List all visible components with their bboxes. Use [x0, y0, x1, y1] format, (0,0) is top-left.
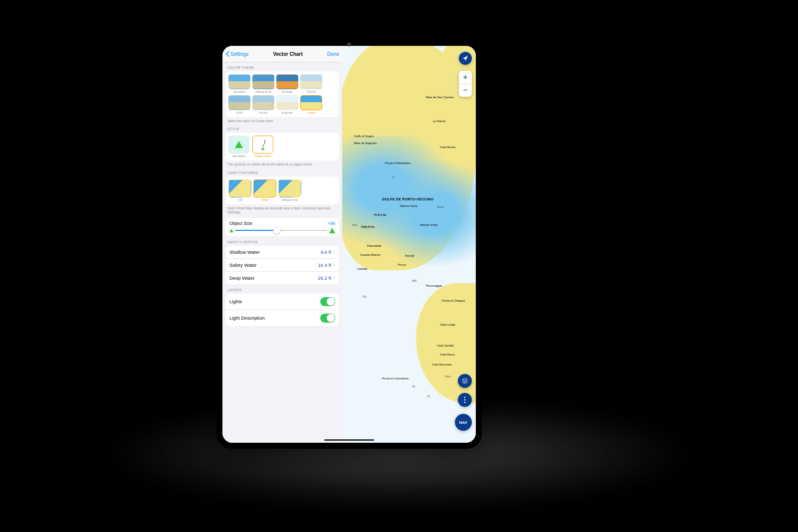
thumb-label: Cruise	[300, 111, 322, 114]
map-label: Punta di Benedettu	[385, 162, 410, 165]
map-label: Marine d'Arja	[420, 223, 437, 226]
settings-panel: Settings Vector Chart Done COLOR THEME S…	[222, 46, 342, 443]
color-theme-option[interactable]: Official S-52	[252, 74, 274, 93]
style-option[interactable]: Simplified	[228, 136, 249, 158]
color-theme-hint: Takes the colors of Cruise chart	[222, 117, 342, 123]
safety-depths-list: Shallow Water6.6 ftSafety Water16.4 ftDe…	[225, 246, 339, 284]
zoom-control: + −	[459, 71, 472, 97]
nav-button[interactable]: NAV	[455, 414, 472, 431]
section-header-color-theme: COLOR THEME	[222, 62, 342, 71]
thumb-label: Official S-52	[278, 198, 301, 201]
location-arrow-icon	[462, 55, 469, 62]
map-label: Pruna	[398, 263, 406, 266]
color-theme-option[interactable]: CHS	[228, 95, 250, 114]
map-label: Marina Vizza	[400, 204, 417, 207]
row-label: Deep Water	[229, 275, 254, 281]
color-theme-card: StandardOfficial S-52SunlightSHOMCHSNOAA…	[225, 71, 339, 117]
thumb-label: Standard	[228, 90, 250, 93]
svg-point-2	[464, 402, 466, 403]
toggle-switch[interactable]	[320, 314, 335, 323]
row-value: 6.6 ft	[321, 249, 331, 255]
thumb-label: SHOM	[300, 90, 322, 93]
layer-row: Lights	[225, 294, 339, 310]
zoom-out-button[interactable]: −	[459, 84, 472, 97]
row-label: Light Description	[229, 315, 265, 321]
map-label: Perrelli	[405, 254, 414, 257]
paper-chart-icon	[258, 139, 268, 151]
thumb-label: Sunlight	[276, 90, 298, 93]
thumb-label: OSM	[253, 198, 276, 201]
object-size-label: Object Size	[229, 221, 252, 226]
page-title: Vector Chart	[273, 51, 302, 57]
depth-label: 23	[392, 176, 395, 178]
land-features-hint: Open Street Map displays an accurate vie…	[222, 204, 342, 215]
map-label: Pasciaiella	[367, 244, 382, 247]
map-label: Cala Rossa	[440, 146, 455, 149]
object-size-slider[interactable]	[229, 228, 335, 233]
color-theme-option[interactable]: Cruise	[300, 95, 322, 114]
chart-background	[342, 46, 476, 443]
thumb-label: NOAA	[252, 111, 274, 114]
depth-label: 751	[362, 295, 367, 298]
map-label: Casetta Bianca	[360, 253, 381, 256]
layers-icon	[461, 377, 468, 384]
map-label: Cala Longa	[440, 323, 455, 326]
chevron-right-icon	[333, 263, 335, 267]
map-view[interactable]: GOLFE DE PORTO-VECCHIO Golfu di Sognu Ba…	[342, 46, 476, 443]
map-label: Baie de Stagnolu	[354, 142, 377, 145]
color-theme-option[interactable]: Standard	[228, 74, 250, 93]
nav-bar: Settings Vector Chart Done	[222, 46, 342, 62]
color-theme-option[interactable]: NOAA	[252, 95, 274, 114]
depth-label: 76	[427, 395, 430, 398]
row-label: Safety Water	[229, 262, 257, 268]
thumb-label: Paper Chart	[252, 155, 273, 158]
more-vertical-icon	[464, 396, 466, 403]
map-label: Golfu di Sognu	[354, 135, 374, 138]
toggle-switch[interactable]	[320, 297, 335, 306]
map-label: Punta di Chiappa	[442, 299, 465, 302]
back-button[interactable]: Settings	[225, 51, 248, 57]
more-button[interactable]	[458, 393, 472, 407]
map-label: Fl R 2.5s	[374, 213, 387, 216]
home-indicator[interactable]	[324, 439, 374, 441]
thumb-label: Simplified	[228, 155, 249, 158]
color-theme-option[interactable]: SHOM	[300, 74, 322, 93]
depth-label: Rock	[445, 375, 451, 378]
thumb-label: CHS	[228, 111, 250, 114]
land-feature-option[interactable]: OSM	[253, 179, 276, 201]
section-header-land-features: LAND FEATURES	[222, 167, 342, 177]
row-label: Lights	[229, 299, 242, 304]
style-option[interactable]: Paper Chart	[252, 136, 273, 158]
thumb-label: Off	[228, 198, 251, 201]
camera-icon	[347, 42, 351, 46]
chevron-left-icon	[225, 51, 229, 57]
map-label: Punta di Colombara	[382, 377, 408, 380]
section-header-style: STYLE	[222, 123, 342, 133]
map-label: Caldaja	[357, 267, 367, 270]
thumb-label: Official S-52	[252, 90, 274, 93]
triangle-large-icon	[329, 228, 335, 233]
zoom-in-button[interactable]: +	[459, 71, 472, 84]
color-theme-option[interactable]: Explorer	[276, 95, 298, 114]
safety-depth-row[interactable]: Deep Water26.2 ft	[225, 272, 339, 284]
map-label-gulf: GOLFE DE PORTO-VECCHIO	[382, 197, 433, 201]
locate-button[interactable]	[459, 52, 472, 65]
layers-button[interactable]	[458, 374, 472, 388]
map-label: Baie de San Ciprianu	[426, 96, 454, 99]
safety-depth-row[interactable]: Safety Water16.4 ft	[225, 259, 339, 272]
ipad-frame: Settings Vector Chart Done COLOR THEME S…	[216, 40, 482, 449]
safety-depth-row[interactable]: Shallow Water6.6 ft	[225, 246, 339, 259]
row-value: 26.2 ft	[318, 275, 331, 281]
object-size-row: Object Size +95	[225, 218, 339, 236]
land-features-card: OffOSMOfficial S-52	[225, 177, 339, 204]
thumb-label: Explorer	[276, 111, 298, 114]
land-feature-option[interactable]: Off	[228, 179, 251, 201]
row-value: 16.4 ft	[318, 262, 331, 268]
map-label: Le Ranch	[433, 120, 446, 123]
land-feature-option[interactable]: Official S-52	[278, 179, 301, 201]
chevron-right-icon	[333, 276, 335, 280]
nav-button-label: NAV	[459, 420, 467, 425]
map-label: Cala Cavallo	[437, 344, 454, 347]
done-button[interactable]: Done	[327, 51, 339, 57]
color-theme-option[interactable]: Sunlight	[276, 74, 298, 93]
